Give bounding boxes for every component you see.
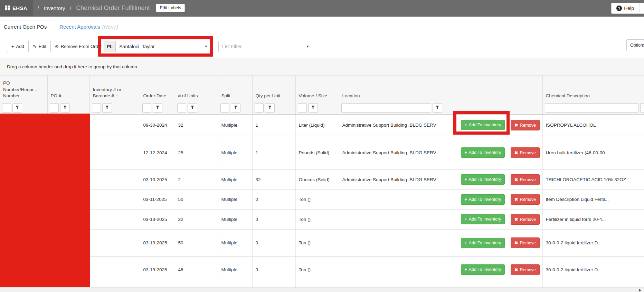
- filter-funnel-button-po_req[interactable]: [12, 103, 22, 113]
- filter-funnel-button-location[interactable]: [433, 103, 442, 113]
- column-header-barcode[interactable]: Inventory # or Barcode #↑: [89, 76, 140, 102]
- cell-split: Multiple: [218, 136, 252, 169]
- filter-controls: [545, 103, 644, 113]
- column-header-volume[interactable]: Volume / Size: [295, 76, 339, 102]
- cell-action_remove: ✖Remove: [508, 209, 542, 229]
- breadcrumb-separator: /: [70, 5, 71, 11]
- cell-qty: 1: [252, 136, 295, 169]
- x-icon: ✖: [514, 217, 518, 222]
- add-to-inventory-button[interactable]: +Add To Inventory: [461, 147, 505, 158]
- filter-input-po[interactable]: [50, 103, 59, 113]
- scroll-right-arrow-icon[interactable]: [639, 289, 641, 292]
- remove-label: Remove: [520, 217, 536, 222]
- filter-input-volume[interactable]: [298, 103, 307, 113]
- column-header-po[interactable]: PO #: [47, 76, 89, 102]
- cell-barcode: [89, 169, 140, 189]
- filter-funnel-button-chemical[interactable]: [640, 103, 644, 113]
- cell-location: [339, 256, 458, 283]
- remove-button[interactable]: ✖Remove: [511, 120, 540, 130]
- column-header-units[interactable]: # of Units: [175, 76, 218, 102]
- tab-recent-approvals[interactable]: Recent Approvals (None): [53, 20, 124, 33]
- x-icon: ✖: [514, 241, 518, 245]
- remove-button[interactable]: ✖Remove: [511, 264, 540, 275]
- remove-button[interactable]: ✖Remove: [511, 237, 540, 248]
- filter-funnel-button-volume[interactable]: [308, 103, 318, 113]
- filter-input-units[interactable]: [177, 103, 186, 113]
- filter-input-chemical[interactable]: [545, 103, 639, 113]
- remove-button[interactable]: ✖Remove: [511, 194, 540, 205]
- filter-funnel-button-barcode[interactable]: [102, 103, 112, 113]
- horizontal-scrollbar[interactable]: [0, 288, 644, 292]
- cell-barcode: [89, 209, 140, 229]
- add-to-inventory-button[interactable]: +Add To Inventory: [461, 214, 505, 224]
- add-to-inventory-button[interactable]: +Add To Inventory: [461, 174, 505, 185]
- filter-funnel-button-units[interactable]: [188, 103, 197, 113]
- filter-input-split[interactable]: [220, 103, 229, 113]
- tab-current-open-pos[interactable]: Current Open POs: [0, 20, 53, 33]
- filter-input-order_date[interactable]: [142, 103, 151, 113]
- toolbar: + Add ✎ Edit ⊗ Remove From Order PI: San…: [0, 33, 644, 58]
- add-to-inventory-button[interactable]: +Add To Inventory: [461, 264, 505, 275]
- remove-button[interactable]: ✖Remove: [511, 147, 540, 158]
- column-header-order_date[interactable]: Order Date: [140, 76, 175, 102]
- funnel-icon: [643, 105, 644, 110]
- cell-units: 32: [175, 209, 218, 229]
- column-header-po_req[interactable]: PO Number/Requi... Number: [0, 76, 47, 102]
- funnel-icon: [155, 105, 160, 110]
- grid-header-row: PO Number/Requi... NumberPO #Inventory #…: [0, 76, 644, 102]
- add-button[interactable]: + Add: [7, 41, 28, 52]
- filter-controls: [177, 103, 216, 113]
- filter-funnel-button-order_date[interactable]: [153, 103, 162, 113]
- app-brand[interactable]: EHSA: [0, 0, 33, 16]
- remove-button[interactable]: ✖Remove: [511, 214, 540, 225]
- cell-location: [339, 229, 458, 256]
- cell-action_add: +Add To Inventory: [458, 209, 508, 229]
- cell-action_remove: ✖Remove: [508, 189, 542, 209]
- filter-input-qty[interactable]: [255, 103, 264, 113]
- group-by-bar[interactable]: Drag a column header and drop it here to…: [0, 58, 644, 76]
- plus-icon: +: [465, 177, 467, 182]
- cell-volume: Ton (): [295, 209, 339, 229]
- edit-button[interactable]: ✎ Edit: [28, 41, 50, 52]
- cell-action_remove: ✖Remove: [508, 169, 542, 189]
- help-button[interactable]: ? Help: [611, 3, 639, 14]
- column-header-location[interactable]: Location: [339, 76, 458, 102]
- add-to-inventory-button[interactable]: +Add To Inventory: [461, 120, 505, 130]
- filter-input-location[interactable]: [341, 103, 431, 113]
- column-header-chemical[interactable]: Chemical Description: [542, 76, 644, 102]
- circle-x-icon: ⊗: [55, 44, 59, 49]
- cell-units: 32: [175, 114, 218, 136]
- cell-action_remove: ✖Remove: [508, 256, 542, 283]
- cell-order_date: 03-19-2025: [140, 256, 175, 283]
- filter-funnel-button-split[interactable]: [231, 103, 240, 113]
- cell-location: Administrative Support Building :BLDG SE…: [339, 169, 458, 189]
- list-filter-select[interactable]: List Filter ▾: [218, 41, 312, 52]
- data-grid: Drag a column header and drop it here to…: [0, 58, 644, 288]
- cell-barcode: [89, 229, 140, 256]
- cell-location: Administrative Support Building :BLDG SE…: [339, 114, 458, 136]
- add-to-inventory-button[interactable]: +Add To Inventory: [461, 194, 505, 205]
- filter-input-po_req[interactable]: [2, 103, 11, 113]
- column-header-label: Location: [342, 93, 455, 99]
- column-header-split[interactable]: Split: [218, 76, 252, 102]
- filter-funnel-button-po[interactable]: [60, 103, 70, 113]
- edit-labels-button[interactable]: Edit Labels: [156, 4, 185, 12]
- caret-down-icon: ▾: [306, 44, 309, 49]
- cell-qty: 0: [252, 229, 295, 256]
- header-extra-button[interactable]: [639, 3, 644, 14]
- pi-select[interactable]: Santaloci, Taylor ▾: [115, 41, 211, 52]
- remove-from-order-button[interactable]: ⊗ Remove From Order: [50, 41, 106, 52]
- cell-qty: [252, 283, 295, 288]
- column-header-action_add[interactable]: [458, 76, 508, 102]
- options-button[interactable]: Options ▾: [626, 39, 644, 51]
- filter-input-barcode[interactable]: [92, 103, 101, 113]
- remove-button[interactable]: ✖Remove: [511, 174, 540, 185]
- column-header-action_remove[interactable]: [508, 76, 542, 102]
- add-to-inventory-button[interactable]: +Add To Inventory: [461, 238, 505, 248]
- breadcrumb-inventory[interactable]: Inventory: [44, 5, 65, 11]
- sort-asc-icon: ↑: [116, 93, 118, 98]
- filter-funnel-button-qty[interactable]: [265, 103, 275, 113]
- cell-volume: Ton (): [295, 189, 339, 209]
- column-header-qty[interactable]: Qty per Unit: [252, 76, 295, 102]
- cell-chemical: Urea bulk fertilizer (46-00-00...: [542, 136, 644, 169]
